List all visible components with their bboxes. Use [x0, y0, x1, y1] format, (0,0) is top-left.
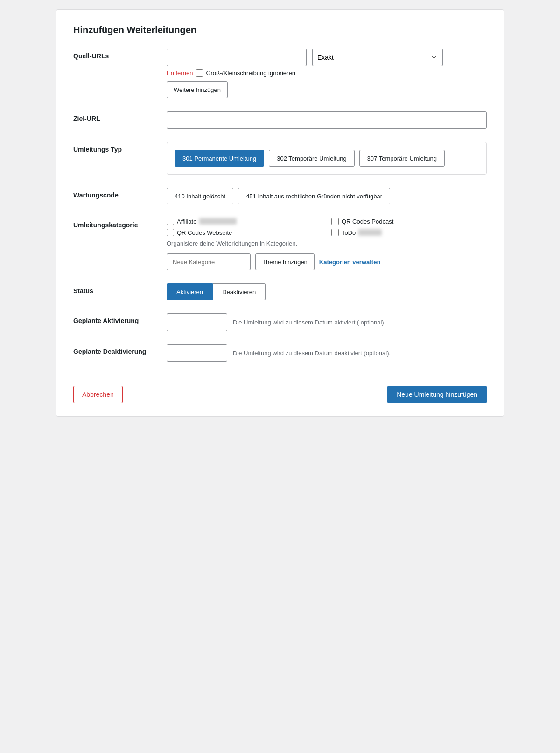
checkbox-affiliate-label: Affiliate: [177, 218, 196, 225]
geplante-deaktivierung-input-row: Die Umleitung wird zu diesem Datum deakt…: [167, 344, 487, 362]
geplante-deaktivierung-input[interactable]: [167, 344, 227, 362]
wartungscode-content: 410 Inhalt gelöscht 451 Inhalt aus recht…: [167, 188, 487, 204]
checkbox-todo-label: ToDo: [342, 229, 356, 236]
ziel-url-input[interactable]: [167, 111, 487, 129]
type-buttons-container: 301 Permanente Umleitung 302 Temporäre U…: [167, 142, 487, 175]
wartung-container: 410 Inhalt gelöscht 451 Inhalt aus recht…: [167, 188, 487, 204]
umleitungs-typ-label: Umleitungs Typ: [73, 142, 167, 153]
case-ignore-checkbox[interactable]: [196, 69, 203, 77]
quell-urls-label: Quell-URLs: [73, 49, 167, 60]
status-row: Status Aktivieren Deaktivieren: [73, 283, 487, 300]
umleitungskategorie-content: Affiliate QR Codes Podcast QR Codes Webs…: [167, 218, 487, 270]
geplante-aktivierung-label: Geplante Aktivierung: [73, 313, 167, 324]
type-btn-307[interactable]: 307 Temporäre Umleitung: [359, 150, 445, 167]
type-btn-301[interactable]: 301 Permanente Umleitung: [175, 150, 264, 167]
checkbox-qr-podcast-input[interactable]: [331, 218, 339, 225]
geplante-deaktivierung-content: Die Umleitung wird zu diesem Datum deakt…: [167, 344, 487, 362]
geplante-aktivierung-row: Geplante Aktivierung Die Umleitung wird …: [73, 313, 487, 331]
quell-urls-row: Quell-URLs Exakt Regex Prefix Entfernen …: [73, 49, 487, 98]
umleitungskategorie-label: Umleitungskategorie: [73, 218, 167, 229]
checkbox-qr-podcast: QR Codes Podcast: [331, 218, 487, 225]
status-buttons: Aktivieren Deaktivieren: [167, 283, 487, 300]
quell-url-input[interactable]: [167, 49, 307, 66]
form-card: Hinzufügen Weiterleitungen Quell-URLs Ex…: [56, 9, 504, 417]
deaktivieren-button[interactable]: Deaktivieren: [213, 283, 266, 300]
cancel-button[interactable]: Abbrechen: [73, 386, 123, 403]
url-input-row: Exakt Regex Prefix: [167, 49, 487, 66]
form-title: Hinzufügen Weiterleitungen: [73, 25, 487, 35]
wartungscode-row: Wartungscode 410 Inhalt gelöscht 451 Inh…: [73, 188, 487, 204]
case-ignore-row: Entfernen Groß-/Kleinschreibung ignorier…: [167, 69, 487, 77]
add-more-button[interactable]: Weitere hinzügen: [167, 81, 228, 98]
checkbox-todo-input[interactable]: [331, 229, 339, 236]
checkbox-qr-podcast-label: QR Codes Podcast: [342, 218, 393, 225]
umleitungs-typ-content: 301 Permanente Umleitung 302 Temporäre U…: [167, 142, 487, 175]
ziel-url-row: Ziel-URL: [73, 111, 487, 129]
wartungscode-label: Wartungscode: [73, 188, 167, 199]
neue-kategorie-input[interactable]: [167, 253, 251, 270]
ziel-url-content: [167, 111, 487, 129]
kategorie-hint: Organisiere deine Weiterleitungen in Kat…: [167, 240, 487, 247]
todo-blurred: [358, 229, 382, 236]
kategorie-checkboxes: Affiliate QR Codes Podcast QR Codes Webs…: [167, 218, 487, 236]
geplante-aktivierung-input[interactable]: [167, 313, 227, 331]
geplante-aktivierung-hint: Die Umleitung wird zu diesem Datum aktiv…: [233, 319, 385, 326]
geplante-deaktivierung-label: Geplante Deaktivierung: [73, 344, 167, 355]
aktivieren-button[interactable]: Aktivieren: [167, 283, 213, 300]
remove-link[interactable]: Entfernen: [167, 70, 193, 77]
checkbox-qr-webseite-label: QR Codes Webseite: [177, 229, 232, 236]
kategorie-actions: Theme hinzügen Kategorien verwalten: [167, 253, 487, 270]
wartung-btn-410[interactable]: 410 Inhalt gelöscht: [167, 188, 233, 204]
kategorien-verwalten-link[interactable]: Kategorien verwalten: [319, 259, 381, 266]
wartung-btn-451[interactable]: 451 Inhalt aus rechtlichen Gründen nicht…: [238, 188, 390, 204]
case-ignore-label: Groß-/Kleinschreibung ignorieren: [206, 70, 295, 77]
theme-hinzufuegen-button[interactable]: Theme hinzügen: [255, 253, 315, 270]
checkbox-qr-webseite-input[interactable]: [167, 229, 174, 236]
url-match-select[interactable]: Exakt Regex Prefix: [312, 49, 443, 66]
umleitungs-typ-row: Umleitungs Typ 301 Permanente Umleitung …: [73, 142, 487, 175]
submit-button[interactable]: Neue Umleitung hinzufügen: [387, 386, 487, 403]
checkbox-todo: ToDo: [331, 229, 487, 236]
geplante-deaktivierung-row: Geplante Deaktivierung Die Umleitung wir…: [73, 344, 487, 362]
checkbox-qr-webseite: QR Codes Webseite: [167, 229, 322, 236]
checkbox-affiliate: Affiliate: [167, 218, 322, 225]
umleitungskategorie-row: Umleitungskategorie Affiliate QR Codes P…: [73, 218, 487, 270]
status-label: Status: [73, 283, 167, 295]
checkbox-affiliate-input[interactable]: [167, 218, 174, 225]
ziel-url-label: Ziel-URL: [73, 111, 167, 122]
geplante-deaktivierung-hint: Die Umleitung wird zu diesem Datum deakt…: [233, 350, 391, 357]
affiliate-blurred: [199, 218, 237, 225]
card-footer: Abbrechen Neue Umleitung hinzufügen: [73, 376, 487, 403]
type-btn-302[interactable]: 302 Temporäre Umleitung: [269, 150, 354, 167]
geplante-aktivierung-content: Die Umleitung wird zu diesem Datum aktiv…: [167, 313, 487, 331]
quell-urls-content: Exakt Regex Prefix Entfernen Groß-/Klein…: [167, 49, 487, 98]
status-content: Aktivieren Deaktivieren: [167, 283, 487, 300]
geplante-aktivierung-input-row: Die Umleitung wird zu diesem Datum aktiv…: [167, 313, 487, 331]
